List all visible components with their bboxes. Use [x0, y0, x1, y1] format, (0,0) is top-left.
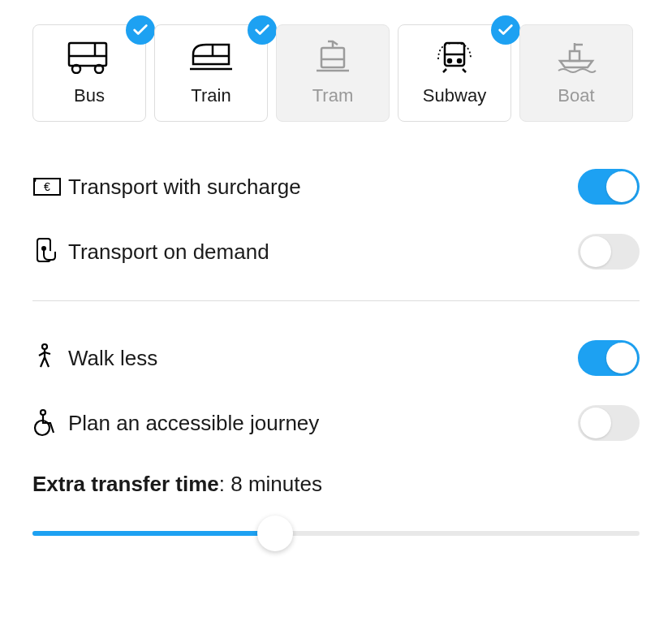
mode-card-boat[interactable]: Boat	[519, 24, 633, 122]
options-section-2: Walk less Plan an accessible journey	[32, 326, 640, 455]
transfer-time-label: Extra transfer time: 8 minutes	[32, 472, 640, 497]
transfer-time-slider[interactable]	[32, 517, 640, 550]
transport-modes-row: Bus Train Tram	[32, 24, 640, 122]
phone-touch-icon	[32, 237, 68, 266]
option-row-on-demand: Transport on demand	[32, 219, 640, 284]
svg-line-17	[463, 69, 466, 72]
toggle-accessible[interactable]	[578, 405, 640, 441]
train-icon	[188, 40, 234, 77]
wheelchair-icon	[32, 408, 68, 438]
transfer-time-label-bold: Extra transfer time	[32, 472, 219, 496]
option-label: Walk less	[68, 346, 578, 371]
mode-label: Boat	[558, 85, 594, 106]
options-section-1: € Transport with surcharge Transport on …	[32, 154, 640, 284]
slider-fill	[32, 531, 275, 536]
option-row-walk-less: Walk less	[32, 326, 640, 391]
bus-icon	[67, 40, 112, 77]
euro-ticket-icon: €	[32, 175, 68, 198]
check-badge-icon	[248, 15, 277, 45]
option-label: Transport with surcharge	[68, 175, 578, 200]
check-badge-icon	[126, 15, 155, 45]
toggle-knob	[580, 236, 611, 267]
section-divider	[32, 300, 640, 301]
toggle-walk-less[interactable]	[578, 340, 640, 376]
toggle-knob	[580, 408, 611, 438]
mode-label: Subway	[423, 85, 486, 106]
transfer-time-label-value: : 8 minutes	[219, 472, 322, 496]
boat-icon	[554, 40, 599, 77]
svg-point-15	[458, 59, 461, 63]
svg-point-14	[448, 59, 451, 63]
mode-label: Train	[191, 85, 230, 106]
svg-text:€: €	[44, 180, 50, 193]
subway-icon	[432, 40, 477, 77]
svg-rect-18	[570, 51, 579, 61]
svg-point-25	[41, 410, 45, 415]
toggle-on-demand[interactable]	[578, 234, 640, 270]
mode-card-bus[interactable]: Bus	[32, 24, 146, 122]
mode-card-subway[interactable]: Subway	[398, 24, 511, 122]
option-row-surcharge: € Transport with surcharge	[32, 154, 640, 219]
check-badge-icon	[491, 15, 520, 45]
mode-label: Tram	[312, 85, 354, 106]
option-label: Plan an accessible journey	[68, 411, 578, 436]
tram-icon	[310, 40, 355, 77]
mode-label: Bus	[74, 85, 105, 106]
option-row-accessible: Plan an accessible journey	[32, 391, 640, 455]
toggle-knob	[606, 343, 637, 373]
svg-point-24	[42, 344, 47, 349]
svg-rect-9	[321, 48, 344, 67]
mode-card-train[interactable]: Train	[154, 24, 268, 122]
toggle-knob	[606, 171, 637, 202]
svg-line-16	[443, 69, 446, 72]
svg-point-23	[42, 247, 45, 250]
toggle-surcharge[interactable]	[578, 169, 640, 205]
option-label: Transport on demand	[68, 239, 578, 265]
slider-thumb[interactable]	[257, 516, 293, 551]
svg-rect-0	[69, 43, 106, 66]
walking-person-icon	[32, 343, 68, 373]
mode-card-tram[interactable]: Tram	[276, 24, 390, 122]
